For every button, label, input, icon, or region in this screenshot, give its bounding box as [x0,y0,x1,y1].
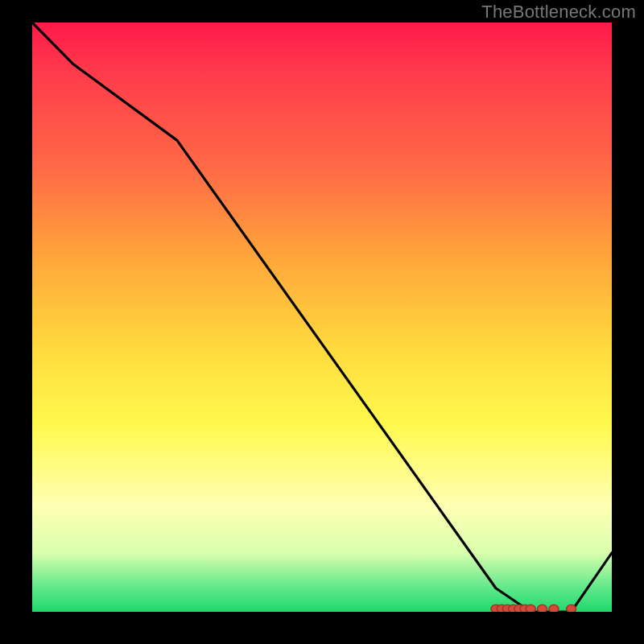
watermark-text: TheBottleneck.com [481,2,636,23]
line-series [32,23,612,612]
series-marker [549,605,559,612]
chart-canvas: TheBottleneck.com [0,0,644,644]
chart-svg [32,23,612,612]
series-marker [526,605,535,612]
series-marker [567,605,576,612]
series-marker [538,605,547,612]
plot-area [32,23,612,612]
